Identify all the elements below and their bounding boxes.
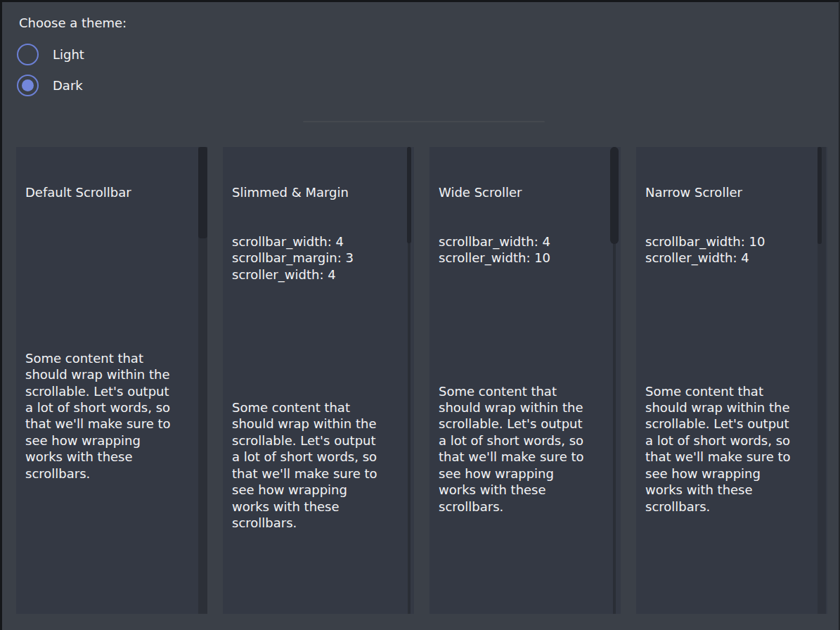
radio-circle-icon[interactable]: [17, 44, 39, 65]
panel-body-text: Some content that should wrap within the…: [25, 350, 193, 482]
scrollbar-thumb[interactable]: [610, 147, 619, 244]
scroll-demo-row: Default Scrollbar Some content that shou…: [16, 147, 827, 614]
scrollable-content[interactable]: Narrow Scroller scrollbar_width: 10 scro…: [636, 147, 827, 614]
panel-params: scrollbar_width: 4 scroller_width: 10: [439, 233, 607, 266]
theme-picker-label: Choose a theme:: [19, 15, 127, 31]
scrollbar-thumb[interactable]: [198, 147, 207, 238]
panel-body-text: Some content that should wrap within the…: [232, 399, 400, 531]
horizontal-divider: [303, 121, 545, 122]
panel-title: Default Scrollbar: [25, 184, 193, 200]
radio-label-light: Light: [53, 46, 84, 63]
panel-wide-scroller: Wide Scroller scrollbar_width: 4 scrolle…: [429, 147, 621, 614]
panel-body-text: Some content that should wrap within the…: [439, 383, 607, 515]
panel-body-text: Some content that should wrap within the…: [645, 383, 813, 515]
panel-default-scrollbar: Default Scrollbar Some content that shou…: [16, 147, 207, 614]
scrollbar-thumb[interactable]: [407, 147, 411, 243]
panel-params: scrollbar_width: 10 scroller_width: 4: [645, 233, 813, 266]
radio-dot: [22, 79, 34, 91]
radio-option-light[interactable]: Light: [17, 44, 84, 65]
panel-title: Wide Scroller: [439, 184, 607, 200]
app-window: Choose a theme: Light Dark Default Scrol…: [0, 0, 840, 630]
panel-title: Slimmed & Margin: [232, 184, 400, 200]
radio-dot: [22, 49, 34, 60]
scrollbar-thumb[interactable]: [818, 147, 822, 244]
scrollable-content[interactable]: Slimmed & Margin scrollbar_width: 4 scro…: [223, 147, 414, 614]
panel-params: scrollbar_width: 4 scrollbar_margin: 3 s…: [232, 233, 400, 283]
panel-narrow-scroller: Narrow Scroller scrollbar_width: 10 scro…: [636, 147, 827, 614]
panel-title: Narrow Scroller: [645, 184, 813, 200]
scrollable-content[interactable]: Default Scrollbar Some content that shou…: [16, 147, 207, 614]
radio-circle-icon[interactable]: [17, 75, 39, 96]
panel-slimmed-margin: Slimmed & Margin scrollbar_width: 4 scro…: [223, 147, 414, 614]
radio-label-dark: Dark: [53, 77, 83, 94]
scrollable-content[interactable]: Wide Scroller scrollbar_width: 4 scrolle…: [429, 147, 621, 614]
radio-option-dark[interactable]: Dark: [17, 75, 83, 96]
